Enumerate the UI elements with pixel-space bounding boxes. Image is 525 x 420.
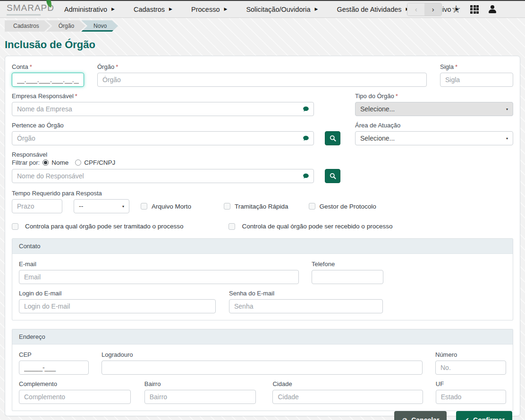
checkbox[interactable] bbox=[141, 203, 147, 210]
select-value: Selecione... bbox=[360, 134, 395, 142]
field-orgao: Órgão* bbox=[97, 63, 427, 87]
field-uf: UF bbox=[436, 380, 506, 404]
menu-item-gestao-atividades[interactable]: Gestão de Atividades ▶ bbox=[337, 6, 409, 13]
unidade-tempo-select[interactable]: -- ▾ bbox=[74, 199, 129, 213]
breadcrumb-orgao[interactable]: Órgão bbox=[46, 20, 85, 32]
checkbox-label: Controla de qual órgão pode ser recebido… bbox=[242, 223, 392, 230]
radio-nome[interactable]: Nome bbox=[42, 159, 68, 166]
field-tempo: Tempo Requerido para Resposta -- ▾ Arqui… bbox=[12, 190, 513, 213]
breadcrumb-novo[interactable]: Novo bbox=[81, 20, 118, 32]
required-marker: * bbox=[75, 92, 77, 100]
breadcrumb-cadastros[interactable]: Cadastros bbox=[5, 20, 51, 32]
confirm-label: Confirmar bbox=[473, 416, 505, 420]
responsavel-input[interactable] bbox=[12, 169, 314, 183]
login-email-input[interactable] bbox=[19, 299, 216, 313]
menu-label: Cadastros bbox=[134, 6, 165, 13]
menu-item-solicitacao-ouvidoria[interactable]: Solicitação/Ouvidoria ▶ bbox=[246, 6, 318, 13]
topbar-actions: ‹ › ☆ bbox=[407, 3, 497, 16]
comment-icon bbox=[303, 106, 309, 112]
tipo-orgao-label: Tipo do Órgão* bbox=[355, 92, 513, 100]
sigla-input[interactable] bbox=[440, 73, 513, 87]
sigla-label: Sigla* bbox=[440, 63, 513, 70]
cep-input[interactable] bbox=[19, 361, 89, 375]
telefone-input[interactable] bbox=[312, 270, 383, 284]
uf-input[interactable] bbox=[436, 390, 506, 404]
radio-button[interactable] bbox=[75, 160, 81, 166]
confirm-button[interactable]: ✔ Confirmar bbox=[456, 411, 512, 420]
logo-text: SMARAPD bbox=[7, 3, 50, 13]
bairro-label: Bairro bbox=[144, 380, 256, 387]
field-empresa: Empresa Responsável* bbox=[12, 92, 314, 116]
forward-button[interactable]: › bbox=[424, 3, 441, 16]
search-orgao-button[interactable] bbox=[325, 131, 340, 145]
complemento-input[interactable] bbox=[19, 390, 131, 404]
endereco-section-header: Endereço bbox=[12, 329, 513, 344]
checkbox[interactable] bbox=[309, 203, 315, 210]
radio-label: Nome bbox=[51, 159, 68, 166]
prazo-input[interactable] bbox=[12, 199, 62, 213]
checkbox-label: Tramitação Rápida bbox=[235, 203, 288, 210]
caret-down-icon: ▾ bbox=[506, 136, 508, 141]
logradouro-input[interactable] bbox=[102, 361, 423, 375]
tempo-label: Tempo Requerido para Resposta bbox=[12, 190, 513, 197]
cidade-label: Cidade bbox=[272, 380, 423, 387]
cidade-input[interactable] bbox=[272, 390, 423, 404]
orgao-input[interactable] bbox=[97, 73, 427, 87]
required-marker: * bbox=[116, 63, 118, 70]
top-menu-bar: SMARAPD Administrativo ▶ Cadastros ▶ Pro… bbox=[0, 0, 525, 18]
senha-email-label: Senha do E-mail bbox=[229, 290, 383, 297]
telefone-label: Telefone bbox=[312, 260, 383, 268]
login-email-label: Login do E-mail bbox=[19, 290, 216, 297]
empresa-input[interactable] bbox=[12, 102, 314, 116]
user-profile-icon[interactable] bbox=[488, 5, 497, 13]
contato-section: Contato E-mail Telefone Login do E-mail bbox=[12, 238, 513, 320]
menu-item-administrativo[interactable]: Administrativo ▶ bbox=[64, 6, 115, 13]
bairro-input[interactable] bbox=[144, 390, 256, 404]
search-icon bbox=[329, 134, 337, 142]
apps-grid-icon[interactable] bbox=[470, 5, 479, 14]
area-atuacao-label: Área de Atuação bbox=[355, 122, 513, 129]
field-pertence: Pertence ao Órgão bbox=[12, 122, 340, 145]
conta-label: Conta* bbox=[12, 63, 84, 70]
tipo-orgao-select[interactable]: Selecione... ▾ bbox=[355, 102, 513, 116]
menu-item-cadastros[interactable]: Cadastros ▶ bbox=[134, 6, 172, 13]
checkbox-tramitacao-rapida[interactable]: Tramitação Rápida bbox=[224, 203, 288, 210]
checkbox[interactable] bbox=[12, 223, 18, 230]
checkbox-gestor-protocolo[interactable]: Gestor de Protocolo bbox=[309, 203, 376, 210]
search-responsavel-button[interactable] bbox=[325, 169, 340, 183]
uf-label: UF bbox=[436, 380, 506, 387]
page-title: Inclusão de Órgão bbox=[5, 39, 525, 51]
menu-label: Gestão de Atividades bbox=[337, 6, 402, 13]
checkbox-controla-tramitado[interactable]: Controla para qual órgão pode ser tramit… bbox=[12, 223, 183, 230]
main-menu: Administrativo ▶ Cadastros ▶ Processo ▶ … bbox=[64, 6, 459, 13]
radio-label: CPF/CNPJ bbox=[84, 159, 115, 166]
pertence-input[interactable] bbox=[12, 131, 314, 145]
caret-down-icon: ▾ bbox=[506, 107, 508, 111]
numero-input[interactable] bbox=[435, 361, 506, 375]
checkbox-controla-recebido[interactable]: Controla de qual órgão pode ser recebido… bbox=[229, 223, 392, 230]
area-atuacao-select[interactable]: Selecione... ▾ bbox=[355, 131, 513, 145]
empresa-label: Empresa Responsável* bbox=[12, 92, 314, 100]
radio-cpf-cnpj[interactable]: CPF/CNPJ bbox=[75, 159, 115, 166]
chevron-right-icon: ▶ bbox=[169, 7, 172, 11]
conta-input[interactable] bbox=[12, 73, 84, 87]
field-conta: Conta* bbox=[12, 63, 84, 87]
orgao-label: Órgão* bbox=[97, 63, 427, 70]
menu-item-processo[interactable]: Processo ▶ bbox=[191, 6, 227, 13]
email-input[interactable] bbox=[19, 270, 299, 284]
favorite-star-icon[interactable]: ☆ bbox=[451, 4, 461, 15]
comment-icon bbox=[303, 135, 309, 142]
radio-button[interactable] bbox=[42, 160, 49, 166]
cancel-button[interactable]: ⊘ Cancelar bbox=[394, 411, 447, 420]
checkbox-label: Controla para qual órgão pode ser tramit… bbox=[25, 223, 183, 230]
back-button[interactable]: ‹ bbox=[407, 3, 424, 16]
checkbox[interactable] bbox=[224, 203, 230, 210]
field-area-atuacao: Área de Atuação Selecione... ▾ bbox=[355, 122, 513, 145]
checkbox-arquivo-morto[interactable]: Arquivo Morto bbox=[141, 203, 191, 210]
endereco-section: Endereço CEP Logradouro Número Complem bbox=[12, 329, 513, 411]
checkbox[interactable] bbox=[229, 223, 235, 230]
field-email: E-mail bbox=[19, 260, 299, 284]
cancel-icon: ⊘ bbox=[402, 416, 407, 420]
comment-icon bbox=[303, 173, 309, 179]
senha-email-input[interactable] bbox=[229, 299, 383, 313]
